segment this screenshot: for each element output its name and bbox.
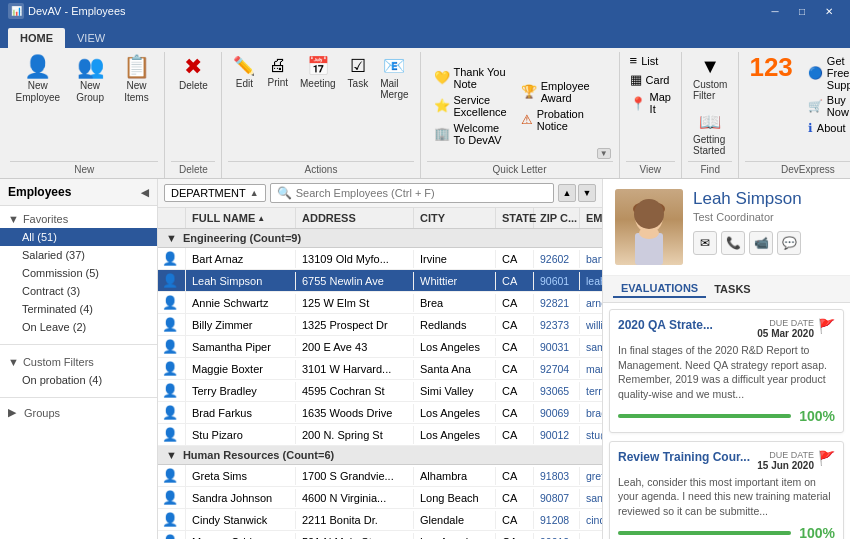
zip-link[interactable]: 92821 [540, 297, 569, 309]
groups-header[interactable]: ▶ Groups [0, 402, 157, 423]
grid-header-zip[interactable]: ZIP C... [534, 208, 580, 228]
print-button[interactable]: 🖨 Print [262, 52, 293, 91]
new-group-button[interactable]: 👥 New Group [68, 52, 113, 108]
zip-link[interactable]: 93065 [540, 385, 569, 397]
probation-notice-button[interactable]: ⚠ Probation Notice [518, 107, 593, 133]
email-link[interactable]: margaretb@dx-email... [586, 363, 602, 375]
free-support-button[interactable]: 🔵 Get Free Support [805, 54, 850, 92]
table-row[interactable]: 👤 Leah Simpson 6755 Newlin Ave Whittier … [158, 270, 602, 292]
sidebar-item-contract[interactable]: Contract (3) [0, 282, 157, 300]
thank-you-note-button[interactable]: 💛 Thank You Note [431, 65, 510, 91]
custom-filter-button[interactable]: ▼ Custom Filter [688, 52, 732, 104]
card-view-button[interactable]: ▦ Card [626, 71, 674, 88]
zip-link[interactable]: 90069 [540, 407, 569, 419]
grid-nav-down[interactable]: ▼ [578, 184, 596, 202]
zip-link[interactable]: 90601 [540, 275, 569, 287]
grid-header-state[interactable]: STATE [496, 208, 534, 228]
close-button[interactable]: ✕ [816, 0, 842, 22]
zip-link[interactable]: 90807 [540, 492, 569, 504]
grid-group-header[interactable]: ▼Human Resources (Count=6) [158, 446, 602, 465]
buy-now-button[interactable]: 🛒 Buy Now [805, 93, 850, 119]
table-row[interactable]: 👤 Annie Schwartz 125 W Elm St Brea CA 92… [158, 292, 602, 314]
search-input[interactable] [296, 187, 547, 199]
email-link[interactable]: cindys@dx-email.com [586, 514, 602, 526]
ribbon-group-actions: ✏️ Edit 🖨 Print 📅 Meeting ☑ Task 📧 Mail … [222, 52, 420, 178]
table-row[interactable]: 👤 Sandra Johnson 4600 N Virginia... Long… [158, 487, 602, 509]
email-link[interactable]: stu@dx-email.com [586, 429, 602, 441]
email-link[interactable]: barta@dx-email.com [586, 253, 602, 265]
welcome-button[interactable]: 🏢 Welcome To DevAV [431, 121, 510, 147]
zip-link[interactable]: 90012 [540, 536, 569, 540]
sidebar-item-all[interactable]: All (51) [0, 228, 157, 246]
getting-started-button[interactable]: 📖 Getting Started [688, 108, 732, 159]
sidebar-collapse-button[interactable]: ◀ [141, 187, 149, 198]
profile-action-phone[interactable]: 📞 [721, 231, 745, 255]
getting-started-label: Getting Started [693, 134, 727, 156]
zip-link[interactable]: 92373 [540, 319, 569, 331]
profile-action-message[interactable]: 💬 [777, 231, 801, 255]
about-button[interactable]: ℹ About [805, 120, 850, 136]
zip-link[interactable]: 91803 [540, 470, 569, 482]
email-link[interactable]: terryb@dx-email.com [586, 385, 602, 397]
sidebar-item-on-leave[interactable]: On Leave (2) [0, 318, 157, 336]
zip-link[interactable]: 92704 [540, 363, 569, 375]
email-link[interactable]: sandraj@dx-email.com [586, 492, 602, 504]
table-row[interactable]: 👤 Samantha Piper 200 E Ave 43 Los Angele… [158, 336, 602, 358]
table-row[interactable]: 👤 Billy Zimmer 1325 Prospect Dr Redlands… [158, 314, 602, 336]
employee-award-button[interactable]: 🏆 Employee Award [518, 79, 593, 105]
grid-header-address[interactable]: ADDRESS [296, 208, 414, 228]
department-selector[interactable]: DEPARTMENT ▲ [164, 184, 266, 202]
profile-action-video[interactable]: 📹 [749, 231, 773, 255]
new-employee-button[interactable]: 👤 New Employee [10, 52, 66, 108]
list-view-button[interactable]: ≡ List [626, 52, 663, 69]
tab-evaluations[interactable]: EVALUATIONS [613, 280, 706, 298]
zip-link[interactable]: 90031 [540, 341, 569, 353]
email-link[interactable]: arnolds@dx-email.c... [586, 297, 602, 309]
service-excellence-button[interactable]: ⭐ Service Excellence [431, 93, 510, 119]
delete-button[interactable]: ✖ Delete [171, 52, 215, 96]
grid-header-city[interactable]: CITY [414, 208, 496, 228]
email-link[interactable]: bradf@dx-email.com [586, 407, 602, 419]
eval-card[interactable]: Review Training Cour... DUE DATE 15 Jun … [609, 441, 844, 539]
minimize-button[interactable]: ─ [762, 0, 788, 22]
grid-header-email[interactable]: EMAIL [580, 208, 602, 228]
table-row[interactable]: 👤 Bart Arnaz 13109 Old Myfo... Irvine CA… [158, 248, 602, 270]
tab-tasks[interactable]: TASKS [706, 281, 758, 297]
maximize-button[interactable]: □ [789, 0, 815, 22]
grid-nav-up[interactable]: ▲ [558, 184, 576, 202]
tab-view[interactable]: VIEW [65, 28, 117, 48]
map-view-button[interactable]: 📍 Map It [626, 90, 675, 116]
table-row[interactable]: 👤 Brad Farkus 1635 Woods Drive Los Angel… [158, 402, 602, 424]
table-row[interactable]: 👤 Maggie Boxter 3101 W Harvard... Santa … [158, 358, 602, 380]
table-row[interactable]: 👤 Terry Bradley 4595 Cochran St Simi Val… [158, 380, 602, 402]
table-row[interactable]: 👤 Marcus Orbison 501 N Main St Los Angel… [158, 531, 602, 539]
ql-dropdown[interactable]: ▼ [597, 52, 613, 159]
email-link[interactable]: gretas@dx-email.com [586, 470, 602, 482]
email-link[interactable]: marcuso@dx-email.c... [586, 536, 602, 540]
table-row[interactable]: 👤 Cindy Stanwick 2211 Bonita Dr. Glendal… [158, 509, 602, 531]
sidebar-item-salaried[interactable]: Salaried (37) [0, 246, 157, 264]
table-row[interactable]: 👤 Greta Sims 1700 S Grandvie... Alhambra… [158, 465, 602, 487]
grid-group-header[interactable]: ▼Engineering (Count=9) [158, 229, 602, 248]
sidebar-item-on-probation[interactable]: On probation (4) [0, 371, 157, 389]
edit-button[interactable]: ✏️ Edit [228, 52, 260, 92]
email-link[interactable]: leahs@dx-email.com [586, 275, 602, 287]
favorites-section-header[interactable]: ▼ Favorites [0, 210, 157, 228]
email-link[interactable]: williamz@dx-email.c... [586, 319, 602, 331]
email-link[interactable]: samanthap@dx-erna... [586, 341, 602, 353]
grid-header-name[interactable]: FULL NAME ▲ [186, 208, 296, 228]
zip-link[interactable]: 90012 [540, 429, 569, 441]
tab-home[interactable]: HOME [8, 28, 65, 48]
table-row[interactable]: 👤 Stu Pizaro 200 N. Spring St Los Angele… [158, 424, 602, 446]
sidebar-item-terminated[interactable]: Terminated (4) [0, 300, 157, 318]
new-items-button[interactable]: 📋 New Items [114, 52, 158, 108]
task-button[interactable]: ☑ Task [343, 52, 374, 92]
zip-link[interactable]: 91208 [540, 514, 569, 526]
eval-card[interactable]: 2020 QA Strate... DUE DATE 05 Mar 2020 🚩… [609, 309, 844, 433]
meeting-button[interactable]: 📅 Meeting [295, 52, 341, 92]
zip-link[interactable]: 92602 [540, 253, 569, 265]
profile-action-email[interactable]: ✉ [693, 231, 717, 255]
mail-merge-button[interactable]: 📧 Mail Merge [375, 52, 413, 103]
sidebar-item-commission[interactable]: Commission (5) [0, 264, 157, 282]
custom-filters-header[interactable]: ▼ Custom Filters [0, 353, 157, 371]
